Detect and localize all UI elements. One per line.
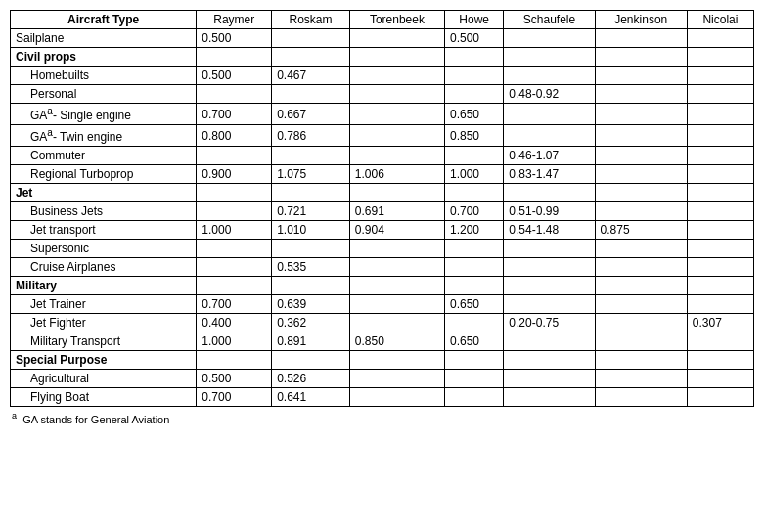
table-row: Jet Trainer0.7000.6390.650 [11, 295, 754, 314]
table-row: Jet [11, 184, 754, 202]
cell-torenbeek: 0.850 [349, 332, 444, 351]
cell-raymer [197, 85, 272, 104]
cell-raymer: 0.700 [197, 388, 272, 407]
cell-torenbeek [349, 85, 444, 104]
cell-nicolai [687, 66, 753, 85]
aircraft-type-cell: Personal [11, 85, 197, 104]
aircraft-type-cell: Jet Fighter [11, 314, 197, 332]
aircraft-type-cell: Regional Turboprop [11, 165, 197, 184]
table-row: Personal0.48-0.92 [11, 85, 754, 104]
aircraft-type-cell: Jet transport [11, 221, 197, 240]
cell-nicolai [687, 202, 753, 221]
cell-howe: 0.500 [444, 29, 503, 48]
table-row: Commuter0.46-1.07 [11, 147, 754, 165]
cell-schaufele [504, 277, 595, 295]
cell-jenkinson [595, 66, 687, 85]
cell-raymer: 1.000 [197, 221, 272, 240]
cell-howe [444, 258, 503, 277]
cell-howe [444, 184, 503, 202]
cell-schaufele [504, 295, 595, 314]
cell-roskam [272, 85, 350, 104]
cell-nicolai [687, 277, 753, 295]
aircraft-type-cell: Homebuilts [11, 66, 197, 85]
cell-nicolai [687, 125, 753, 147]
cell-nicolai [687, 388, 753, 407]
aircraft-type-cell: Jet Trainer [11, 295, 197, 314]
cell-raymer: 0.900 [197, 165, 272, 184]
cell-jenkinson [595, 48, 687, 66]
cell-howe: 0.850 [444, 125, 503, 147]
cell-jenkinson [595, 184, 687, 202]
cell-torenbeek [349, 147, 444, 165]
table-row: Jet transport1.0001.0100.9041.2000.54-1.… [11, 221, 754, 240]
cell-raymer: 0.700 [197, 295, 272, 314]
aircraft-type-cell: GAa- Twin engine [11, 125, 197, 147]
aircraft-type-cell: Cruise Airplanes [11, 258, 197, 277]
cell-roskam [272, 240, 350, 258]
table-row: Business Jets0.7210.6910.7000.51-0.99 [11, 202, 754, 221]
cell-jenkinson [595, 332, 687, 351]
table-row: Supersonic [11, 240, 754, 258]
cell-howe [444, 314, 503, 332]
cell-torenbeek [349, 29, 444, 48]
cell-schaufele [504, 29, 595, 48]
cell-torenbeek [349, 48, 444, 66]
cell-roskam [272, 48, 350, 66]
aircraft-type-cell: Flying Boat [11, 388, 197, 407]
table-row: Sailplane0.5000.500 [11, 29, 754, 48]
cell-howe [444, 48, 503, 66]
cell-schaufele: 0.51-0.99 [504, 202, 595, 221]
cell-torenbeek [349, 66, 444, 85]
cell-jenkinson [595, 29, 687, 48]
main-table: Aircraft Type Raymer Roskam Torenbeek Ho… [10, 10, 754, 407]
table-row: Military Transport1.0000.8910.8500.650 [11, 332, 754, 351]
cell-jenkinson [595, 202, 687, 221]
cell-nicolai [687, 351, 753, 370]
cell-jenkinson [595, 125, 687, 147]
cell-schaufele [504, 104, 595, 125]
table-row: GAa- Single engine0.7000.6670.650 [11, 104, 754, 125]
cell-schaufele: 0.46-1.07 [504, 147, 595, 165]
cell-nicolai [687, 165, 753, 184]
cell-torenbeek [349, 370, 444, 388]
cell-nicolai [687, 29, 753, 48]
cell-torenbeek [349, 314, 444, 332]
aircraft-type-cell: Military Transport [11, 332, 197, 351]
cell-howe: 0.650 [444, 295, 503, 314]
cell-roskam [272, 351, 350, 370]
footnote: a GA stands for General Aviation [10, 411, 754, 425]
cell-nicolai [687, 104, 753, 125]
cell-schaufele [504, 351, 595, 370]
cell-raymer [197, 202, 272, 221]
cell-schaufele [504, 332, 595, 351]
cell-nicolai [687, 48, 753, 66]
col-header-howe: Howe [444, 11, 503, 29]
cell-howe [444, 388, 503, 407]
cell-jenkinson [595, 258, 687, 277]
table-row: Cruise Airplanes0.535 [11, 258, 754, 277]
cell-schaufele [504, 48, 595, 66]
cell-howe [444, 351, 503, 370]
cell-jenkinson [595, 370, 687, 388]
cell-nicolai [687, 147, 753, 165]
cell-roskam [272, 29, 350, 48]
cell-howe: 0.650 [444, 104, 503, 125]
table-row: Flying Boat0.7000.641 [11, 388, 754, 407]
cell-nicolai [687, 184, 753, 202]
col-header-schaufele: Schaufele [504, 11, 595, 29]
cell-schaufele [504, 388, 595, 407]
cell-roskam: 0.891 [272, 332, 350, 351]
table-row: Special Purpose [11, 351, 754, 370]
cell-torenbeek: 1.006 [349, 165, 444, 184]
cell-torenbeek [349, 258, 444, 277]
aircraft-type-cell: Business Jets [11, 202, 197, 221]
cell-roskam: 0.526 [272, 370, 350, 388]
cell-howe: 0.650 [444, 332, 503, 351]
cell-jenkinson [595, 104, 687, 125]
cell-nicolai: 0.307 [687, 314, 753, 332]
cell-schaufele [504, 370, 595, 388]
cell-howe: 1.200 [444, 221, 503, 240]
cell-nicolai [687, 370, 753, 388]
cell-roskam: 0.641 [272, 388, 350, 407]
cell-raymer [197, 147, 272, 165]
